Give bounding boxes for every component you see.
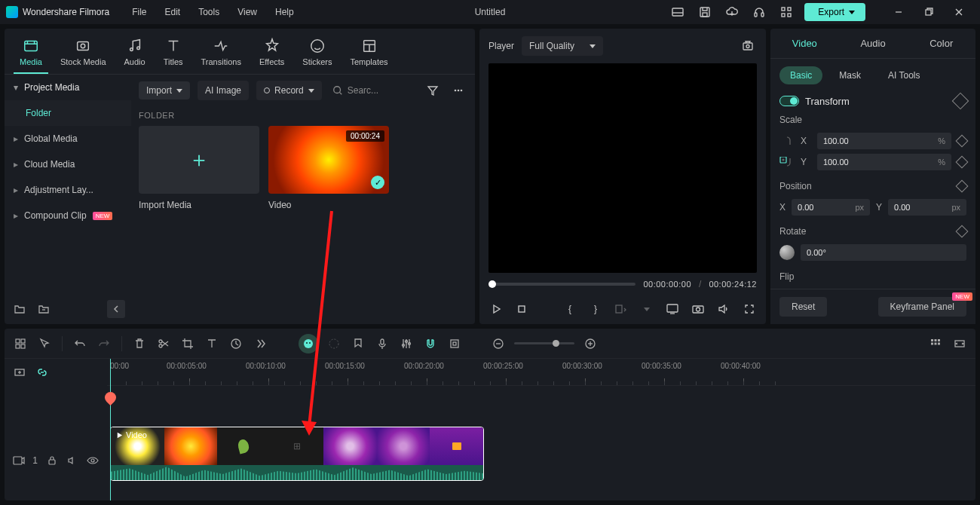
keyframe-icon[interactable]	[952, 93, 969, 110]
sidebar-header[interactable]: ▾Project Media	[5, 75, 131, 100]
rotate-dial[interactable]	[779, 245, 795, 260]
sidebar-item-folder[interactable]: Folder	[5, 100, 131, 126]
add-track-icon[interactable]	[12, 365, 27, 380]
chevron-down-icon[interactable]	[639, 301, 654, 317]
sidebar-item-cloud-media[interactable]: ▸Cloud Media	[5, 152, 131, 177]
menu-edit[interactable]: Edit	[165, 7, 181, 17]
tab-audio[interactable]: Audio	[118, 35, 152, 74]
mic-icon[interactable]	[374, 335, 390, 352]
export-button[interactable]: Export	[804, 3, 865, 21]
zoom-slider[interactable]	[514, 342, 574, 344]
grid-view-icon[interactable]	[927, 335, 944, 352]
track-visible-icon[interactable]	[87, 453, 100, 468]
zoom-in-icon[interactable]	[582, 335, 599, 352]
close-button[interactable]	[944, 0, 974, 24]
import-media-tile[interactable]: ＋	[139, 126, 259, 194]
scale-y-input[interactable]	[817, 154, 951, 170]
color-icon[interactable]	[326, 335, 342, 352]
more-tools-icon[interactable]	[252, 335, 268, 352]
filter-icon[interactable]	[424, 81, 442, 99]
tab-templates[interactable]: Templates	[344, 35, 394, 74]
tl-cursor-icon[interactable]	[36, 335, 53, 352]
crop-icon[interactable]	[179, 335, 196, 352]
cloud-icon[interactable]	[723, 3, 741, 21]
scrub-knob[interactable]	[488, 280, 496, 288]
new-bin-icon[interactable]	[35, 300, 53, 318]
timeline-ruler[interactable]: 00:0000:00:05:0000:00:10:0000:00:15:0000…	[107, 359, 975, 386]
undo-icon[interactable]	[72, 335, 88, 352]
subtab-mask[interactable]: Mask	[828, 66, 871, 84]
prop-tab-audio[interactable]: Audio	[839, 29, 908, 58]
track-video-icon[interactable]	[12, 453, 25, 468]
ai-icon[interactable]	[299, 334, 318, 354]
track-lock-icon[interactable]	[45, 453, 58, 468]
collapse-sidebar-icon[interactable]	[107, 300, 125, 318]
magnet-icon[interactable]	[422, 335, 439, 352]
menu-tools[interactable]: Tools	[198, 7, 219, 17]
quality-dropdown[interactable]: Full Quality	[522, 36, 603, 56]
maximize-button[interactable]	[914, 0, 944, 24]
playhead[interactable]	[110, 359, 111, 500]
zoom-out-icon[interactable]	[490, 335, 507, 352]
play-icon[interactable]	[488, 301, 504, 317]
mixer-icon[interactable]	[398, 335, 415, 352]
subtab-ai-tools[interactable]: AI Tools	[877, 66, 930, 84]
reset-button[interactable]: Reset	[779, 297, 827, 317]
prop-tab-video[interactable]: Video	[770, 29, 839, 58]
sidebar-item-global-media[interactable]: ▸Global Media	[5, 126, 131, 152]
rotate-input[interactable]	[801, 244, 966, 261]
headphones-icon[interactable]	[750, 3, 768, 21]
tab-effects[interactable]: Effects	[253, 35, 290, 74]
split-icon[interactable]	[155, 335, 172, 352]
new-folder-icon[interactable]	[11, 300, 29, 318]
save-icon[interactable]	[696, 3, 714, 21]
fit-icon[interactable]	[951, 335, 968, 352]
layout-icon[interactable]	[669, 3, 687, 21]
tab-transitions[interactable]: Transitions	[195, 35, 247, 74]
keyframe-icon[interactable]	[956, 180, 969, 193]
mark-out-icon[interactable]: }	[588, 301, 603, 317]
snapshot-icon[interactable]	[739, 37, 757, 55]
tab-stock-media[interactable]: Stock Media	[54, 35, 112, 74]
track-mute-icon[interactable]	[66, 453, 78, 468]
ai-image-button[interactable]: AI Image	[198, 81, 249, 100]
apps-icon[interactable]	[777, 3, 795, 21]
keyframe-icon[interactable]	[956, 135, 969, 148]
tab-media[interactable]: Media	[14, 35, 48, 74]
text-icon[interactable]	[204, 335, 220, 352]
display-icon[interactable]	[665, 301, 680, 317]
preview-viewport[interactable]	[488, 63, 757, 273]
mark-in-icon[interactable]: {	[562, 301, 577, 317]
transform-toggle[interactable]	[779, 96, 799, 106]
keyframe-icon[interactable]	[446, 335, 463, 352]
keyframe-icon[interactable]	[956, 225, 969, 238]
minimize-button[interactable]	[884, 0, 914, 24]
record-dropdown[interactable]: Record	[256, 81, 322, 100]
video-thumbnail[interactable]: 00:00:24 ✓	[268, 126, 389, 194]
tab-titles[interactable]: Titles	[158, 35, 189, 74]
scale-x-input[interactable]	[817, 133, 951, 149]
search-input[interactable]: Searc...	[329, 85, 416, 96]
subtab-basic[interactable]: Basic	[779, 66, 822, 84]
tab-stickers[interactable]: Stickers	[296, 35, 338, 74]
keyframe-icon[interactable]	[956, 156, 969, 169]
tl-select-icon[interactable]	[12, 335, 29, 352]
timeline-clip[interactable]: Video ⊞	[110, 427, 484, 481]
sidebar-item-adjustment-layer[interactable]: ▸Adjustment Lay...	[5, 177, 131, 203]
camera-icon[interactable]	[691, 301, 706, 317]
menu-view[interactable]: View	[237, 7, 257, 17]
sidebar-item-compound-clip[interactable]: ▸Compound ClipNEW	[5, 203, 131, 228]
link-icon[interactable]	[35, 365, 50, 380]
ratio-icon[interactable]	[614, 301, 629, 317]
prop-tab-color[interactable]: Color	[907, 29, 975, 58]
menu-file[interactable]: File	[132, 7, 146, 17]
volume-icon[interactable]	[716, 301, 731, 317]
speed-icon[interactable]	[228, 335, 244, 352]
redo-icon[interactable]	[96, 335, 112, 352]
keyframe-panel-button[interactable]: Keyframe PanelNEW	[878, 297, 966, 317]
fullscreen-icon[interactable]	[742, 301, 757, 317]
scrub-bar[interactable]	[488, 283, 635, 286]
import-dropdown[interactable]: Import	[139, 81, 190, 99]
more-icon[interactable]	[449, 81, 467, 99]
delete-icon[interactable]	[131, 335, 148, 352]
